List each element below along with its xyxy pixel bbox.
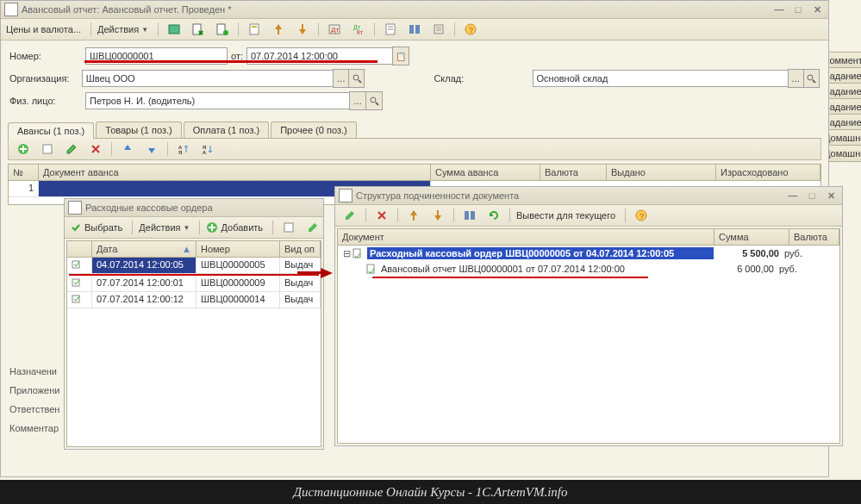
org-label: Организация: (9, 73, 82, 84)
toolbar-icon[interactable] (427, 20, 450, 39)
tab-goods[interactable]: Товары (1 поз.) (96, 121, 181, 138)
sort-asc-icon[interactable]: АЯ (172, 140, 195, 159)
collapse-icon[interactable]: ⊟ (341, 248, 352, 259)
toolbar-icon[interactable] (36, 140, 59, 159)
edit-icon[interactable] (60, 140, 83, 159)
open-button[interactable] (803, 69, 820, 88)
col-type[interactable]: Вид оп (280, 241, 321, 257)
svg-rect-38 (471, 211, 475, 220)
toolbar-icon[interactable] (278, 218, 300, 237)
select-button[interactable]: … (788, 69, 804, 88)
delete-icon[interactable] (371, 206, 393, 225)
toolbar-icon[interactable] (243, 20, 265, 39)
svg-point-22 (808, 75, 813, 80)
select-button[interactable]: Выбрать (68, 221, 128, 233)
toolbar-icon[interactable] (267, 20, 290, 39)
warehouse-input[interactable]: Основной склад (533, 70, 789, 87)
toolbar-icon[interactable] (402, 206, 425, 225)
toolbar-icon[interactable] (187, 20, 209, 39)
prices-currency-button[interactable]: Цены и валюта... (4, 24, 86, 34)
org-input[interactable]: Швец ООО (82, 70, 334, 87)
actions-dropdown[interactable]: Действия▼ (137, 222, 195, 233)
calendar-button[interactable]: 📋 (392, 47, 409, 65)
tab-advances[interactable]: Авансы (1 поз.) (8, 122, 94, 139)
tree-row[interactable]: Авансовый отчет ШВЦ00000001 от 07.07.201… (338, 261, 839, 277)
col-currency[interactable]: Валюта (789, 229, 839, 245)
add-button[interactable]: Добавить (204, 221, 268, 233)
help-icon[interactable]: ? (459, 20, 482, 39)
col-currency[interactable]: Валюта (540, 165, 607, 180)
edit-icon[interactable] (339, 206, 361, 225)
select-button[interactable]: … (349, 91, 366, 110)
minimize-button[interactable]: — (771, 3, 787, 16)
svg-line-21 (359, 80, 361, 83)
col-number[interactable]: Номер (197, 241, 280, 257)
col-date[interactable]: Дата▲ (92, 241, 197, 257)
window-icon (339, 189, 353, 202)
orders-grid[interactable]: Дата▲ Номер Вид оп 04.07.2014 12:00:05 Ш… (66, 240, 321, 447)
svg-rect-33 (284, 223, 293, 232)
move-up-icon[interactable] (116, 140, 139, 159)
col-doc[interactable]: Документ (338, 229, 714, 245)
maximize-button[interactable]: □ (790, 3, 806, 16)
annotation-arrow-head (321, 268, 333, 278)
responsible-label: Ответствен (9, 404, 59, 423)
col-sum[interactable]: Сумма аванса (431, 165, 540, 180)
edit-icon[interactable] (302, 218, 324, 237)
add-icon[interactable] (12, 140, 34, 159)
move-down-icon[interactable] (140, 140, 163, 159)
col-doc[interactable]: Документ аванса (39, 165, 431, 180)
toolbar-icon[interactable] (211, 20, 234, 39)
col-num[interactable]: № (9, 165, 39, 180)
toolbar-icon[interactable] (427, 206, 449, 225)
window-icon (68, 201, 82, 215)
toolbar-icon[interactable]: ДтКт (347, 20, 370, 39)
col-spent[interactable]: Израсходовано (716, 165, 820, 180)
svg-rect-13 (409, 25, 414, 34)
maximize-button[interactable]: □ (804, 190, 820, 202)
col-status[interactable] (67, 241, 92, 257)
svg-line-23 (813, 80, 815, 83)
toolbar-icon[interactable] (379, 20, 402, 39)
help-icon[interactable]: ? (630, 206, 652, 225)
tabs: Авансы (1 поз.) Товары (1 поз.) Оплата (… (8, 121, 821, 139)
svg-rect-0 (169, 25, 179, 34)
svg-rect-27 (43, 145, 52, 153)
col-sum[interactable]: Сумма (714, 229, 789, 245)
svg-text:Кт: Кт (357, 29, 364, 35)
svg-rect-42 (367, 264, 374, 273)
structure-toolbar: Вывести для текущего ? (335, 205, 842, 227)
open-button[interactable] (365, 91, 383, 110)
tab-other[interactable]: Прочее (0 поз.) (271, 121, 356, 138)
refresh-icon[interactable] (483, 206, 505, 225)
toolbar-icon[interactable]: Дт (323, 20, 346, 39)
structure-window: Структура подчиненности документа — □ ✕ … (334, 186, 843, 446)
toolbar-icon[interactable] (291, 20, 314, 39)
structure-tree[interactable]: Документ Сумма Валюта ⊟ Расходный кассов… (337, 228, 840, 444)
tab-payment[interactable]: Оплата (1 поз.) (184, 121, 269, 138)
output-current-button[interactable]: Вывести для текущего (515, 210, 621, 221)
open-button[interactable] (348, 69, 365, 88)
select-button[interactable]: … (333, 69, 349, 88)
delete-icon[interactable] (84, 140, 107, 159)
main-titlebar[interactable]: Авансовый отчет: Авансовый отчет. Провед… (1, 1, 828, 19)
doc-icon (365, 263, 377, 275)
structure-titlebar[interactable]: Структура подчиненности документа — □ ✕ (335, 187, 842, 205)
toolbar-icon[interactable] (403, 20, 426, 39)
sort-desc-icon[interactable]: ЯА (197, 140, 219, 159)
grid-row[interactable]: 04.07.2014 12:00:05 ШВЦ00000005 Выдач (67, 258, 321, 274)
svg-point-24 (371, 97, 376, 103)
tree-row[interactable]: ⊟ Расходный кассовый ордер ШВЦ00000005 о… (338, 246, 839, 261)
col-issued[interactable]: Выдано (607, 165, 716, 180)
person-input[interactable]: Петров Н. И. (водитель) (85, 92, 350, 109)
close-button[interactable]: ✕ (809, 3, 825, 16)
toolbar-icon[interactable] (459, 206, 481, 225)
grid-row[interactable]: 07.07.2014 12:00:12 ШВЦ00000014 Выдач (67, 292, 321, 308)
svg-rect-34 (72, 261, 79, 268)
orders-titlebar[interactable]: Расходные кассовые ордера (65, 199, 323, 217)
grid-row[interactable]: 07.07.2014 12:00:01 ШВЦ00000009 Выдач (67, 276, 321, 292)
actions-dropdown[interactable]: Действия▼ (96, 24, 153, 34)
minimize-button[interactable]: — (785, 190, 801, 202)
toolbar-icon[interactable] (163, 20, 185, 39)
close-button[interactable]: ✕ (823, 190, 839, 202)
